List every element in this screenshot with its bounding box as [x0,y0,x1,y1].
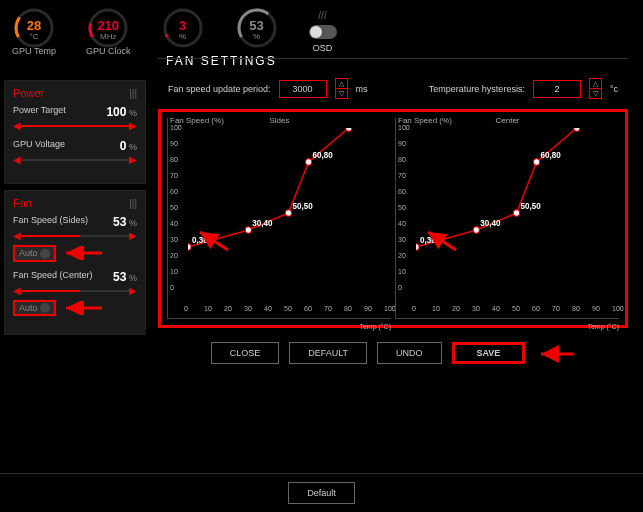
curve-point[interactable] [416,244,419,250]
footer-default-button[interactable]: Default [288,482,355,504]
slider[interactable]: ◀▶ [13,121,137,131]
svg-line-11 [200,232,228,250]
fan-curve-chart[interactable]: Fan Speed (%)Sides 010203040506070809010… [167,118,391,319]
heat-icon: /// [318,10,326,21]
collapse-icon[interactable]: ||| [129,88,137,99]
fan-curve-chart[interactable]: Fan Speed (%)Center 01020304050607080901… [395,118,619,319]
curve-point[interactable] [534,159,540,165]
fan-gauge: 53% [235,6,279,46]
svg-text:60,80: 60,80 [541,151,561,160]
power-panel: Power||| Power Target100 % ◀▶ GPU Voltag… [4,80,146,184]
period-stepper[interactable]: △▽ [335,78,348,99]
osd-label: OSD [313,43,333,53]
slider-row: Fan Speed (Sides)53 % ◀▶Auto [13,215,137,262]
curve-point[interactable] [574,128,580,131]
fan-icon [40,303,50,313]
collapse-icon[interactable]: ||| [129,198,137,209]
svg-line-17 [428,232,456,250]
slider[interactable]: ◀▶ [13,286,137,296]
hyst-stepper[interactable]: △▽ [589,78,602,99]
gpu-clock-gauge: 210MHz GPU Clock [86,6,131,56]
hyst-label: Temperature hysteresis: [429,84,525,94]
slider-row: Fan Speed (Center)53 % ◀▶Auto [13,270,137,317]
curve-point[interactable] [346,128,352,131]
osd-toggle[interactable] [309,25,337,39]
curve-point[interactable] [513,210,519,216]
curve-point[interactable] [285,210,291,216]
gpu-temp-gauge: 28°C GPU Temp [12,6,56,56]
auto-button[interactable]: Auto [13,300,56,317]
period-input[interactable]: 3000 [279,80,327,98]
curve-point[interactable] [188,244,191,250]
fan-panel: Fan||| Fan Speed (Sides)53 % ◀▶Auto Fan … [4,190,146,335]
period-label: Fan speed update period: [168,84,271,94]
curve-point[interactable] [306,159,312,165]
fan-icon [40,249,50,259]
hyst-input[interactable]: 2 [533,80,581,98]
svg-text:60,80: 60,80 [313,151,333,160]
auto-button[interactable]: Auto [13,245,56,262]
slider[interactable]: ◀▶ [13,231,137,241]
gpu-res-gauge: 3% [161,6,205,46]
svg-text:50,50: 50,50 [521,202,541,211]
slider-row: GPU Voltage0 % ◀▶ [13,139,137,165]
slider[interactable]: ◀▶ [13,155,137,165]
svg-text:50,50: 50,50 [293,202,313,211]
section-title: FAN SETTINGS [166,54,277,68]
slider-row: Power Target100 % ◀▶ [13,105,137,131]
